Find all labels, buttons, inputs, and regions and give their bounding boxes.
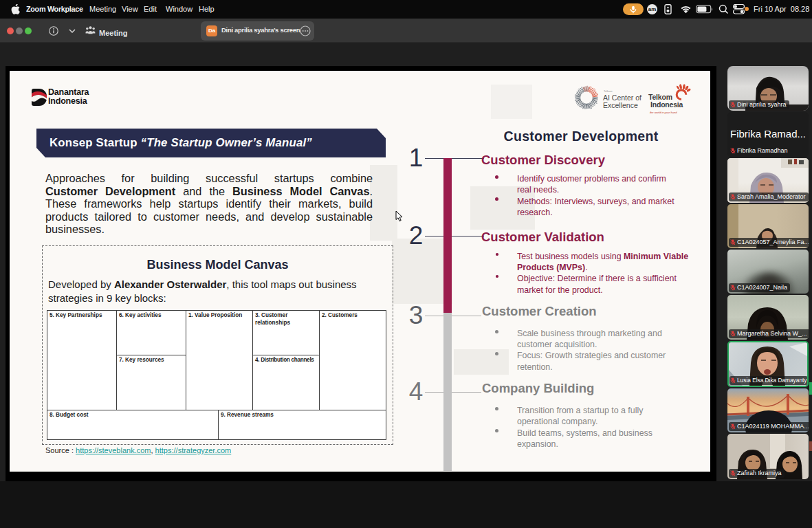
svg-text:Excellence: Excellence — [603, 101, 638, 109]
svg-text:Telkom: Telkom — [604, 89, 613, 93]
svg-text:Indonesia: Indonesia — [650, 100, 683, 109]
svg-text:the world in your hand: the world in your hand — [650, 111, 677, 114]
